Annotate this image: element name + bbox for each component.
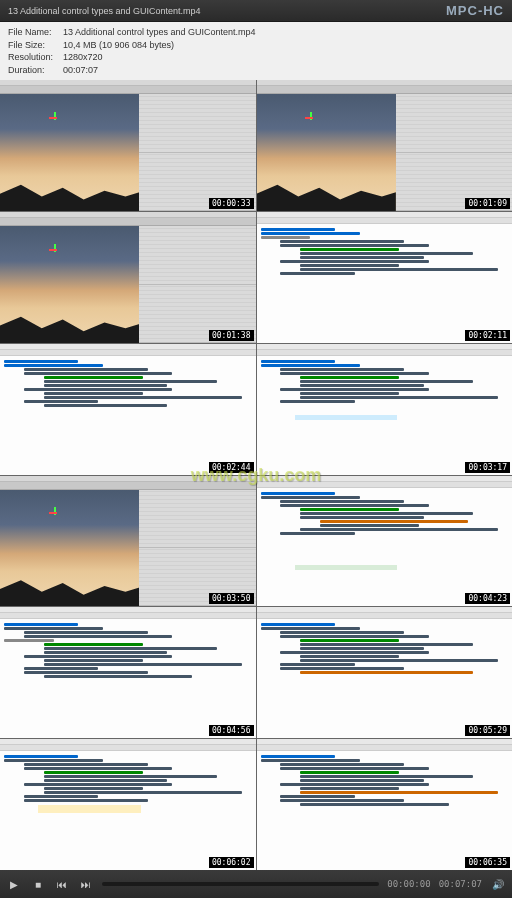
timestamp: 00:01:09: [465, 198, 510, 209]
duration-value: 00:07:07: [63, 64, 98, 77]
thumbnail: 00:05:29: [257, 607, 513, 738]
unity-inspector: [139, 94, 255, 211]
thumbnail: 00:00:33: [0, 80, 256, 211]
window-title: 13 Additional control types and GUIConte…: [8, 6, 201, 16]
player-controls: ▶ ■ ⏮ ⏭ 00:00:00 00:07:07 🔊: [0, 870, 512, 898]
thumbnail: 00:04:23: [257, 476, 513, 607]
titlebar: 13 Additional control types and GUIConte…: [0, 0, 512, 22]
filesize-label: File Size:: [8, 39, 63, 52]
timestamp: 00:04:56: [209, 725, 254, 736]
timestamp: 00:06:35: [465, 857, 510, 868]
prev-button[interactable]: ⏮: [54, 876, 70, 892]
app-logo: MPC-HC: [446, 3, 504, 18]
thumbnail-grid: 00:00:33 00:01:09 00:01:38: [0, 80, 512, 870]
volume-icon[interactable]: 🔊: [490, 876, 506, 892]
timestamp: 00:02:11: [465, 330, 510, 341]
filesize-value: 10,4 MB (10 906 084 bytes): [63, 39, 174, 52]
resolution-label: Resolution:: [8, 51, 63, 64]
code-editor: [257, 224, 513, 343]
timestamp: 00:04:23: [465, 593, 510, 604]
seek-bar[interactable]: [102, 882, 379, 886]
resolution-value: 1280x720: [63, 51, 103, 64]
thumbnail: 00:06:02: [0, 739, 256, 870]
total-time: 00:07:07: [439, 879, 482, 889]
timestamp: 00:01:38: [209, 330, 254, 341]
timestamp: 00:03:50: [209, 593, 254, 604]
timestamp: 00:03:17: [465, 462, 510, 473]
thumbnail: 00:01:09: [257, 80, 513, 211]
thumbnail: 00:03:17: [257, 344, 513, 475]
code-selection-highlight: [295, 565, 397, 570]
duration-label: Duration:: [8, 64, 63, 77]
timestamp: 00:00:33: [209, 198, 254, 209]
unity-scene-view: [0, 94, 139, 211]
timestamp: 00:06:02: [209, 857, 254, 868]
unity-toolbar: [0, 86, 256, 94]
terrain-silhouette: [0, 182, 139, 211]
thumbnail: 00:02:11: [257, 212, 513, 343]
filename-label: File Name:: [8, 26, 63, 39]
timestamp: 00:05:29: [465, 725, 510, 736]
thumbnail: 00:01:38: [0, 212, 256, 343]
thumbnail: 00:06:35: [257, 739, 513, 870]
thumbnail: 00:03:50: [0, 476, 256, 607]
filename-value: 13 Additional control types and GUIConte…: [63, 26, 256, 39]
thumbnail: 00:04:56: [0, 607, 256, 738]
code-selection-highlight: [295, 415, 397, 420]
transform-gizmo-icon: [49, 112, 61, 124]
stop-button[interactable]: ■: [30, 876, 46, 892]
next-button[interactable]: ⏭: [78, 876, 94, 892]
current-time: 00:00:00: [387, 879, 430, 889]
thumbnail: 00:02:44: [0, 344, 256, 475]
code-selection-highlight: [38, 805, 140, 813]
play-button[interactable]: ▶: [6, 876, 22, 892]
file-info-panel: File Name: 13 Additional control types a…: [0, 22, 512, 80]
video-content[interactable]: www.cgku.com 00:00:33: [0, 80, 512, 870]
timestamp: 00:02:44: [209, 462, 254, 473]
